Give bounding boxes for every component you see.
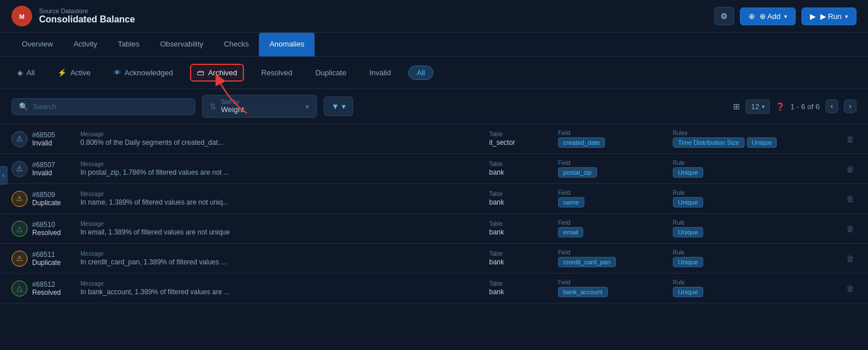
row-id-col: ⚠ #68511 Duplicate — [11, 251, 80, 267]
delete-row-button[interactable]: 🗑 — [844, 222, 857, 236]
rule-tag: Unique — [673, 227, 703, 237]
filter-resolved[interactable]: Resolved — [255, 65, 298, 80]
delete-row-button[interactable]: 🗑 — [844, 252, 857, 266]
table-label: Table — [489, 251, 558, 257]
filter-all[interactable]: ◈ All — [11, 65, 40, 80]
tab-checks[interactable]: Checks — [214, 33, 259, 56]
filter-all-pill[interactable]: All — [408, 66, 433, 80]
severity-icon: ⚠ — [11, 161, 28, 177]
anomaly-table: ⚠ #68505 Invalid Message 0.806% of the D… — [0, 124, 868, 303]
filter-archived[interactable]: 🗃 Archived — [190, 64, 244, 82]
tab-tables[interactable]: Tables — [107, 33, 150, 56]
search-box[interactable]: 🔍 — [11, 98, 195, 115]
gear-icon: ⚙ — [720, 11, 728, 21]
header-actions: ⚙ ⊕ ⊕ Add ▾ ▶ ▶ Run ▾ — [714, 7, 857, 25]
rule-tag: Unique — [747, 137, 777, 148]
rules-tags: Unique — [673, 227, 834, 237]
lightning-icon: ⚡ — [57, 68, 67, 77]
row-id-col: △ #68512 Resolved — [11, 280, 80, 297]
rule-tag: Unique — [673, 287, 703, 297]
pagination-info: ⊞ 12 ▾ ❓ 1 - 6 of 6 ‹ › — [733, 99, 857, 114]
settings-button[interactable]: ⚙ — [714, 7, 734, 25]
row-message-col: Message In postal_zip, 1.786% of filtere… — [80, 161, 489, 176]
field-tag: postal_zip — [558, 167, 597, 178]
row-type: Invalid — [32, 169, 55, 177]
row-message-col: Message In email, 1.389% of filtered val… — [80, 221, 489, 236]
nav-tabs: Overview Activity Tables Observability C… — [0, 33, 868, 57]
table-label: Table — [489, 191, 558, 197]
add-button[interactable]: ⊕ ⊕ Add ▾ — [740, 7, 796, 25]
delete-row-button[interactable]: 🗑 — [844, 282, 857, 295]
tab-activity[interactable]: Activity — [63, 33, 107, 56]
row-message-col: Message In crerdit_card_pan, 1.389% of f… — [80, 251, 489, 266]
rules-tags: Unique — [673, 287, 834, 297]
rule-tag: Unique — [673, 257, 703, 267]
field-label: Field — [558, 220, 673, 226]
row-id: #68507 — [32, 161, 55, 169]
row-message-col: Message In bank_account, 1.389% of filte… — [80, 280, 489, 296]
app-title: Consolidated Balance — [39, 14, 135, 25]
run-dropdown-arrow: ▾ — [845, 13, 848, 20]
tab-observability[interactable]: Observability — [150, 33, 214, 56]
tab-anomalies[interactable]: Anomalies — [259, 33, 315, 56]
delete-row-button[interactable]: 🗑 — [844, 162, 857, 176]
row-message: In email, 1.389% of filtered values are … — [80, 228, 489, 236]
run-button[interactable]: ▶ ▶ Run ▾ — [801, 7, 857, 25]
row-action-col: 🗑 — [834, 222, 857, 236]
sort-box[interactable]: ⇅ Sort by Weight ▾ — [202, 95, 317, 118]
message-label: Message — [80, 280, 489, 287]
row-table-col: Table it_sector — [489, 131, 558, 147]
pagination-range: 1 - 6 of 6 — [790, 102, 820, 111]
plus-circle-icon: ⊕ — [749, 12, 755, 21]
row-table-col: Table bank — [489, 251, 558, 266]
row-id: #68511 — [32, 251, 61, 259]
rules-label: Rule — [673, 220, 834, 226]
row-action-col: 🗑 — [834, 162, 857, 176]
field-label: Field — [558, 279, 673, 286]
filter-dropdown-arrow: ▾ — [342, 102, 346, 111]
row-id-col: ⚠ #68505 Invalid — [11, 131, 80, 147]
filter-acknowledged[interactable]: 👁 Acknowledged — [108, 65, 179, 80]
play-icon: ▶ — [810, 12, 816, 21]
delete-row-button[interactable]: 🗑 — [844, 132, 857, 146]
row-rules-col: Rule Unique — [673, 220, 834, 237]
archive-icon: 🗃 — [197, 68, 204, 77]
pagination-next-button[interactable]: › — [844, 99, 857, 113]
field-label: Field — [558, 249, 673, 256]
filter-active[interactable]: ⚡ Active — [52, 65, 96, 80]
field-label: Field — [558, 160, 673, 166]
row-id: #68510 — [32, 221, 61, 229]
rules-label: Rules — [673, 130, 834, 136]
eye-icon: 👁 — [114, 68, 121, 77]
pagination-help-icon: ❓ — [776, 102, 785, 111]
row-table: bank — [489, 288, 558, 296]
row-type: Duplicate — [32, 199, 61, 207]
filter-invalid[interactable]: Invalid — [363, 65, 397, 80]
field-label: Field — [558, 190, 673, 196]
field-label: Field — [558, 130, 673, 136]
delete-row-button[interactable]: 🗑 — [844, 192, 857, 206]
severity-icon: △ — [11, 280, 28, 297]
row-field-col: Field crerdit_card_pan — [558, 249, 673, 267]
search-input[interactable] — [33, 102, 188, 111]
pagination-prev-button[interactable]: ‹ — [826, 99, 838, 113]
page-size-selector[interactable]: 12 ▾ — [746, 99, 769, 114]
tab-overview[interactable]: Overview — [11, 33, 63, 56]
row-message: In crerdit_card_pan, 1.389% of filtered … — [80, 258, 489, 266]
rule-tag: Unique — [673, 197, 703, 207]
field-tag: email — [558, 227, 583, 237]
collapse-sidebar-button[interactable]: ‹ — [0, 166, 7, 184]
filter-toggle-button[interactable]: ▼ ▾ — [324, 97, 353, 116]
field-tag: created_date — [558, 137, 605, 148]
sort-icon: ⇅ — [210, 102, 216, 111]
row-type: Resolved — [32, 229, 61, 237]
table-row: ⚠ #68505 Invalid Message 0.806% of the D… — [0, 124, 868, 154]
row-table-col: Table bank — [489, 221, 558, 236]
table-row: ⚠ #68507 Invalid Message In postal_zip, … — [0, 154, 868, 184]
svg-text:M: M — [19, 13, 24, 20]
rules-tags: Time Distribution SizeUnique — [673, 137, 834, 148]
row-id: #68505 — [32, 131, 55, 139]
filter-duplicate[interactable]: Duplicate — [309, 65, 352, 80]
row-table-col: Table bank — [489, 280, 558, 296]
message-label: Message — [80, 221, 489, 227]
